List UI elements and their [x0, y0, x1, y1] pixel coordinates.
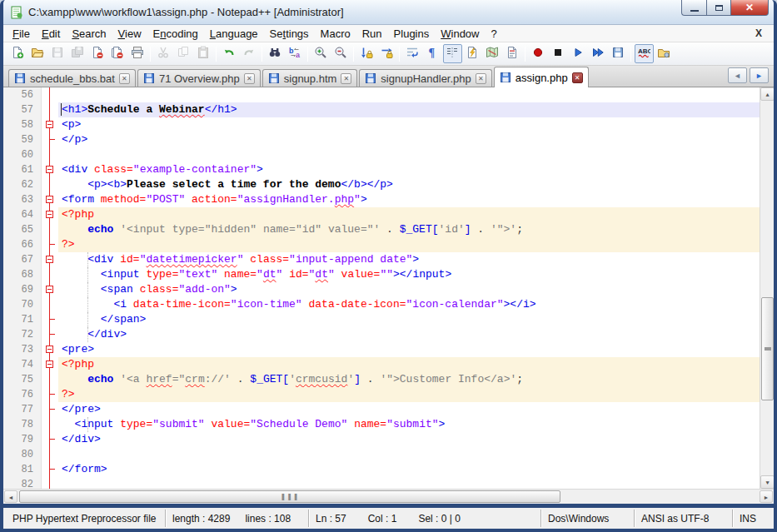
- code-text[interactable]: <input type="text" name="dt" id="dt" val…: [58, 267, 760, 282]
- menu-item-language[interactable]: Language: [204, 26, 264, 42]
- code-text[interactable]: </span>: [58, 312, 760, 327]
- code-line-56[interactable]: 56: [3, 87, 760, 102]
- code-text[interactable]: <p><b>Please select a time for the demo<…: [58, 177, 760, 192]
- close-file-button[interactable]: [88, 44, 107, 63]
- code-text[interactable]: </pre>: [58, 402, 760, 417]
- sync-vertical-scroll-button[interactable]: [357, 44, 376, 63]
- code-line-81[interactable]: 81</form>: [3, 462, 760, 477]
- code-text[interactable]: <div class="example-container">: [58, 162, 760, 177]
- code-line-72[interactable]: 72 </div>: [3, 327, 760, 342]
- code-line-64[interactable]: 64<?php: [3, 207, 760, 222]
- code-text[interactable]: <h1>Schedule a Webinar</h1>: [58, 102, 760, 117]
- code-line-71[interactable]: 71 </span>: [3, 312, 760, 327]
- code-text[interactable]: <div id="datetimepicker" class="input-ap…: [58, 252, 760, 267]
- stop-macro-button[interactable]: [549, 44, 568, 63]
- save-file-button[interactable]: [48, 44, 67, 63]
- vertical-scroll-thumb[interactable]: [761, 297, 774, 400]
- code-text[interactable]: <pre>: [58, 342, 760, 357]
- code-text[interactable]: </div>: [58, 327, 760, 342]
- code-text[interactable]: <?php: [58, 357, 760, 372]
- vertical-scrollbar[interactable]: ▲ ▼: [760, 87, 774, 489]
- code-line-62[interactable]: 62 <p><b>Please select a time for the de…: [3, 177, 760, 192]
- paste-button[interactable]: [194, 44, 213, 63]
- code-text[interactable]: [58, 447, 760, 462]
- code-line-70[interactable]: 70 <i data-time-icon="icon-time" data-da…: [3, 297, 760, 312]
- fold-collapse-marker[interactable]: [42, 357, 58, 372]
- fold-collapse-marker[interactable]: [42, 192, 58, 207]
- fold-collapse-marker[interactable]: [42, 207, 58, 222]
- indent-guide-button[interactable]: [443, 44, 462, 63]
- code-line-80[interactable]: 80: [3, 447, 760, 462]
- menu-item-encoding[interactable]: Encoding: [147, 26, 204, 42]
- code-line-65[interactable]: 65 echo '<input type="hidden" name="id" …: [3, 222, 760, 237]
- code-text[interactable]: <i data-time-icon="icon-time" data-date-…: [58, 297, 760, 312]
- document-map-button[interactable]: [483, 44, 502, 63]
- code-line-75[interactable]: 75 echo '<a href="crm://' . $_GET['crmcu…: [3, 372, 760, 387]
- tab-signup-htm[interactable]: signup.htm✕: [262, 69, 358, 87]
- sync-horizontal-scroll-button[interactable]: [377, 44, 396, 63]
- cut-button[interactable]: [154, 44, 173, 63]
- fold-collapse-marker[interactable]: [42, 282, 58, 297]
- menu-item-settings[interactable]: Settings: [264, 26, 315, 42]
- tab-scroll-right-button[interactable]: ►: [750, 67, 769, 83]
- code-line-79[interactable]: 79</div>: [3, 432, 760, 447]
- code-line-82[interactable]: 82: [3, 477, 760, 489]
- code-text[interactable]: </p>: [58, 132, 760, 147]
- code-line-67[interactable]: 67 <div id="datetimepicker" class="input…: [3, 252, 760, 267]
- tab-close-icon[interactable]: ✕: [572, 72, 583, 83]
- function-completion-button[interactable]: [463, 44, 482, 63]
- menu-item-help[interactable]: ?: [485, 26, 502, 42]
- tab-close-icon[interactable]: ✕: [119, 73, 130, 84]
- show-all-characters-button[interactable]: ¶: [423, 44, 442, 63]
- code-line-76[interactable]: 76?>: [3, 387, 760, 402]
- tab-close-icon[interactable]: ✕: [244, 73, 255, 84]
- code-text[interactable]: echo '<a href="crm://' . $_GET['crmcusid…: [58, 372, 760, 387]
- code-text[interactable]: ?>: [58, 387, 760, 402]
- zoom-out-button[interactable]: [331, 44, 351, 63]
- code-line-59[interactable]: 59</p>: [3, 132, 760, 147]
- play-macro-button[interactable]: [569, 44, 588, 63]
- save-all-button[interactable]: [68, 44, 87, 63]
- word-wrap-button[interactable]: [403, 44, 422, 63]
- tab-scroll-left-button[interactable]: ◄: [728, 67, 747, 83]
- code-text[interactable]: <?php: [58, 207, 760, 222]
- code-line-66[interactable]: 66?>: [3, 237, 760, 252]
- code-line-69[interactable]: 69 <span class="add-on">: [3, 282, 760, 297]
- code-line-78[interactable]: 78 <input type="submit" value="Schedule …: [3, 417, 760, 432]
- code-text[interactable]: </div>: [58, 432, 760, 447]
- copy-button[interactable]: [174, 44, 193, 63]
- status-insert-mode[interactable]: INS: [733, 510, 771, 527]
- fold-collapse-marker[interactable]: [42, 252, 58, 267]
- replace-button[interactable]: ba: [286, 44, 305, 63]
- fold-collapse-marker[interactable]: [42, 117, 58, 132]
- code-text[interactable]: [58, 87, 760, 102]
- code-text[interactable]: </form>: [58, 462, 760, 477]
- menu-item-run[interactable]: Run: [356, 26, 388, 42]
- undo-button[interactable]: [220, 44, 239, 63]
- menu-item-search[interactable]: Search: [66, 26, 112, 42]
- code-line-73[interactable]: 73<pre>: [3, 342, 760, 357]
- code-line-58[interactable]: 58<p>: [3, 117, 760, 132]
- code-line-77[interactable]: 77</pre>: [3, 402, 760, 417]
- print-button[interactable]: [128, 44, 147, 63]
- menu-item-window[interactable]: Window: [435, 26, 485, 42]
- scroll-up-arrow[interactable]: ▲: [760, 87, 774, 101]
- code-line-68[interactable]: 68 <input type="text" name="dt" id="dt" …: [3, 267, 760, 282]
- code-text[interactable]: echo '<input type="hidden" name="id" val…: [58, 222, 760, 237]
- find-button[interactable]: [266, 44, 285, 63]
- close-all-button[interactable]: [108, 44, 127, 63]
- tab-assign-php[interactable]: assign.php✕: [494, 67, 589, 87]
- scroll-down-arrow[interactable]: ▼: [760, 475, 774, 489]
- editor[interactable]: 5657<h1>Schedule a Webinar</h1>58<p>59</…: [3, 87, 774, 489]
- menu-item-edit[interactable]: Edit: [36, 26, 66, 42]
- code-text[interactable]: [58, 147, 760, 162]
- scroll-left-arrow[interactable]: ◄: [4, 490, 17, 503]
- spell-check-settings-button[interactable]: [655, 44, 674, 63]
- tab-schedule-bbs-bat[interactable]: schedule_bbs.bat✕: [8, 69, 136, 87]
- horizontal-scrollbar[interactable]: ◄ ❚❚❚ ►: [3, 489, 774, 504]
- code-text[interactable]: ?>: [58, 237, 760, 252]
- fold-collapse-marker[interactable]: [42, 342, 58, 357]
- code-line-61[interactable]: 61<div class="example-container">: [3, 162, 760, 177]
- run-macro-multiple-times-button[interactable]: [589, 44, 608, 63]
- code-area[interactable]: 5657<h1>Schedule a Webinar</h1>58<p>59</…: [3, 87, 760, 489]
